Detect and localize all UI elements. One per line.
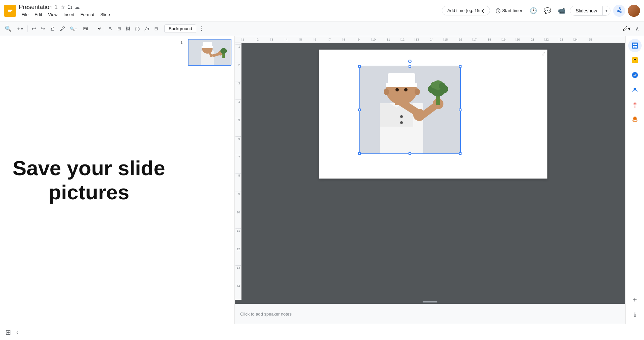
comment-button[interactable]: 💬 bbox=[542, 5, 553, 16]
sheets-sidebar-button[interactable] bbox=[628, 39, 642, 52]
contacts-sidebar-button[interactable] bbox=[628, 83, 642, 96]
slide-canvas[interactable]: ⤢ bbox=[319, 50, 547, 179]
ruler-mark: 15 bbox=[443, 38, 458, 41]
image-tool[interactable]: 🖼 bbox=[124, 25, 132, 32]
menu-slide[interactable]: Slide bbox=[98, 11, 113, 18]
svg-point-19 bbox=[220, 48, 227, 54]
title-section: Presentation 1 ☆ 🗂 ☁ File Edit View Inse… bbox=[19, 4, 439, 18]
text-box-tool[interactable]: ⊞ bbox=[152, 25, 160, 32]
ruler-mark: 2 bbox=[256, 38, 270, 41]
star-icon[interactable]: ☆ bbox=[60, 4, 65, 10]
ruler-mark: 7 bbox=[328, 38, 342, 41]
avatar-image bbox=[628, 5, 640, 17]
user-avatar[interactable] bbox=[628, 5, 640, 17]
svg-rect-2 bbox=[8, 10, 12, 11]
ruler-left-mark: 10 bbox=[235, 210, 241, 228]
ink-color-button[interactable]: 🖊▾ bbox=[621, 24, 633, 33]
keep-sidebar-button[interactable] bbox=[628, 54, 642, 67]
info-button[interactable]: ℹ bbox=[628, 308, 642, 321]
presentation-title[interactable]: Presentation 1 bbox=[19, 4, 58, 11]
svg-point-5 bbox=[619, 7, 621, 9]
main-area: Save your slide pictures 1 bbox=[0, 36, 644, 324]
video-button[interactable]: 📹 bbox=[556, 5, 567, 16]
thumb-chef-image bbox=[189, 40, 231, 65]
slide-drag-handle[interactable]: ⤢ bbox=[539, 50, 547, 58]
ruler-left-mark: 14 bbox=[235, 284, 241, 300]
ruler-left-mark: 9 bbox=[235, 192, 241, 210]
ruler-top: 1 2 3 4 5 6 7 8 9 10 11 12 13 14 15 16 1… bbox=[235, 36, 625, 43]
collapse-options-button[interactable]: ∧ bbox=[633, 24, 641, 33]
line-tool[interactable]: ╱▾ bbox=[143, 25, 152, 32]
ruler-mark: 9 bbox=[357, 38, 371, 41]
grid-view-button[interactable]: ⊞ bbox=[4, 327, 12, 338]
menu-insert[interactable]: Insert bbox=[61, 11, 77, 18]
zoom-out2-button[interactable]: 🔍− bbox=[68, 25, 79, 32]
add-extension-button[interactable]: + bbox=[628, 293, 642, 307]
svg-rect-16 bbox=[202, 46, 213, 48]
app-icon[interactable] bbox=[4, 5, 16, 17]
shape-tool[interactable]: ◯ bbox=[133, 25, 142, 32]
menu-file[interactable]: File bbox=[19, 11, 31, 18]
add-time-button[interactable]: Add time (eg. 15m) bbox=[442, 6, 490, 15]
zoom-in-button[interactable]: ＋▾ bbox=[14, 24, 25, 33]
slideshow-main-button[interactable]: Slideshow bbox=[570, 6, 602, 15]
menu-view[interactable]: View bbox=[45, 11, 60, 18]
maps-sidebar-button[interactable] bbox=[628, 98, 642, 111]
ruler-mark: 8 bbox=[342, 38, 357, 41]
share-button[interactable] bbox=[613, 5, 625, 17]
rotate-handle[interactable] bbox=[408, 60, 412, 63]
print-button[interactable]: 🖨 bbox=[48, 24, 57, 33]
ruler-mark: 17 bbox=[472, 38, 487, 41]
redo-button[interactable]: ↪ bbox=[39, 24, 47, 33]
speaker-notes[interactable]: Click to add speaker notes bbox=[235, 304, 625, 324]
toolbar-sep-2 bbox=[104, 25, 104, 32]
menu-format[interactable]: Format bbox=[78, 11, 97, 18]
ruler-left-mark: 5 bbox=[235, 118, 241, 136]
ruler-mark: 16 bbox=[458, 38, 472, 41]
slide-thumbnail-1[interactable] bbox=[188, 39, 231, 66]
cloud-icon[interactable]: ☁ bbox=[74, 4, 80, 10]
zoom-out-button[interactable]: 🔍 bbox=[3, 24, 13, 33]
start-timer-button[interactable]: Start timer bbox=[493, 6, 525, 15]
hero-text: Save your slide pictures bbox=[13, 156, 165, 204]
ruler-mark: 19 bbox=[501, 38, 516, 41]
collapse-panel-button[interactable]: ‹ bbox=[15, 328, 19, 337]
title-bar: Presentation 1 ☆ 🗂 ☁ File Edit View Inse… bbox=[0, 0, 644, 21]
svg-point-57 bbox=[634, 103, 636, 105]
svg-point-34 bbox=[404, 88, 408, 91]
svg-rect-3 bbox=[8, 11, 11, 12]
svg-rect-49 bbox=[633, 44, 635, 45]
slideshow-dropdown-button[interactable]: ▾ bbox=[602, 6, 610, 15]
notes-drag-handle-area[interactable] bbox=[235, 300, 625, 304]
chef-image-container[interactable] bbox=[360, 66, 460, 153]
octopus-sidebar-button[interactable] bbox=[628, 113, 642, 126]
folder-icon[interactable]: 🗂 bbox=[67, 4, 72, 10]
paint-format-button[interactable]: 🖌 bbox=[58, 24, 67, 33]
selection-tool[interactable]: ⊞ bbox=[115, 25, 123, 32]
zoom-select[interactable]: Fit 50% 75% 100% 150% 200% bbox=[80, 24, 102, 33]
ruler-left-mark: 3 bbox=[235, 81, 241, 99]
hero-text-line1: Save your slide bbox=[13, 156, 165, 180]
right-sidebar: + ℹ bbox=[625, 36, 644, 324]
ruler-marks-top: 1 2 3 4 5 6 7 8 9 10 11 12 13 14 15 16 1… bbox=[241, 38, 602, 41]
ruler-mark: 12 bbox=[400, 38, 415, 41]
ruler-mark: 1 bbox=[241, 38, 256, 41]
svg-point-28 bbox=[400, 121, 403, 124]
menu-bar: File Edit View Insert Format Slide bbox=[19, 11, 439, 18]
menu-edit[interactable]: Edit bbox=[32, 11, 45, 18]
slide-item-1[interactable]: 1 bbox=[180, 39, 232, 66]
ruler-left-mark: 4 bbox=[235, 99, 241, 118]
background-button[interactable]: Background bbox=[164, 24, 196, 33]
ruler-mark: 18 bbox=[487, 38, 501, 41]
notes-drag-handle[interactable] bbox=[423, 301, 437, 302]
svg-point-9 bbox=[617, 10, 618, 12]
tasks-sidebar-button[interactable] bbox=[628, 68, 642, 82]
ruler-left-mark: 13 bbox=[235, 265, 241, 284]
toolbar-sep-1 bbox=[27, 25, 28, 32]
slide-number-1: 1 bbox=[180, 39, 185, 45]
more-options-button[interactable]: ⋮ bbox=[197, 24, 206, 33]
svg-point-11 bbox=[620, 11, 621, 13]
undo-button[interactable]: ↩ bbox=[30, 24, 38, 33]
cursor-button[interactable]: ↖ bbox=[106, 24, 115, 33]
timer-history-button[interactable]: 🕐 bbox=[528, 6, 539, 16]
